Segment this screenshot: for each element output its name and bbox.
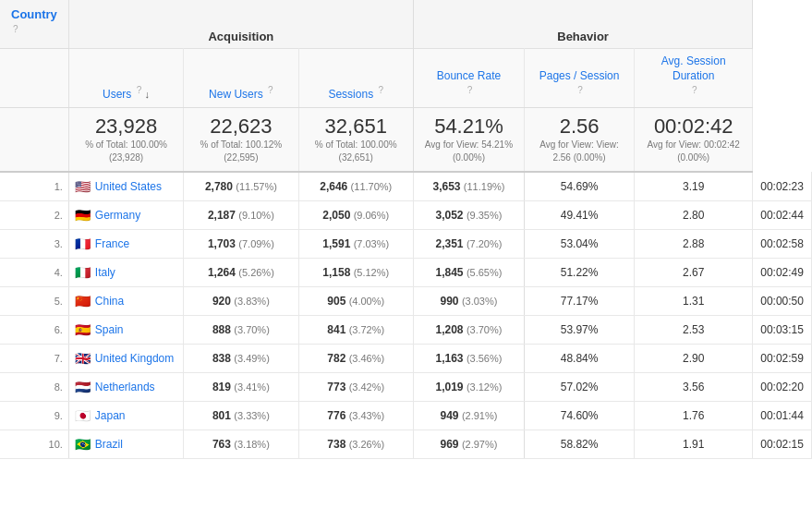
country-cell: 🇯🇵 Japan — [68, 402, 183, 430]
pages-session-value: 2.53 — [635, 316, 753, 345]
avg-session-help-icon[interactable]: ? — [692, 85, 697, 95]
pages-session-value: 2.80 — [635, 201, 753, 230]
country-name[interactable]: United States — [95, 180, 162, 193]
behavior-group-header: Behavior — [413, 0, 752, 49]
users-col-header[interactable]: Users ? ↓ — [68, 49, 183, 108]
new-users-value: 905 (4.00%) — [298, 287, 413, 316]
bounce-rate-value: 53.97% — [525, 316, 635, 345]
country-cell: 🇳🇱 Netherlands — [68, 373, 183, 402]
bounce-rate-col-header[interactable]: Bounce Rate ? — [413, 49, 524, 108]
country-name[interactable]: Germany — [95, 209, 140, 222]
country-name[interactable]: Brazil — [95, 438, 123, 451]
table-row: 4. 🇮🇹 Italy 1,264 (5.26%) 1,158 (5.12%) … — [0, 259, 812, 287]
users-value: 888 (3.70%) — [184, 316, 298, 345]
total-users-sub: % of Total: 100.00% (23,928) — [77, 139, 176, 164]
pages-session-value: 2.88 — [635, 230, 753, 259]
country-flag: 🇺🇸 — [75, 179, 91, 194]
sessions-value: 1,208 (3.70%) — [413, 316, 524, 345]
users-value: 1,264 (5.26%) — [184, 259, 298, 287]
sort-arrow: ↓ — [145, 89, 151, 100]
sessions-value: 3,653 (11.19%) — [413, 172, 524, 201]
total-bounce-rate-sub: Avg for View: 54.21% (0.00%) — [421, 139, 516, 164]
total-new-users-sub: % of Total: 100.12% (22,595) — [191, 139, 290, 164]
avg-session-value: 00:00:50 — [753, 287, 812, 316]
avg-session-value: 00:03:15 — [753, 316, 812, 345]
pages-session-value: 3.19 — [635, 172, 753, 201]
total-avg-session-sub: Avg for View: 00:02:42 (0.00%) — [642, 139, 745, 164]
new-users-value: 773 (3.42%) — [298, 373, 413, 402]
country-flag: 🇮🇹 — [75, 265, 91, 280]
users-value: 1,703 (7.09%) — [184, 230, 298, 259]
total-sessions: 32,651 — [307, 115, 406, 139]
pages-session-col-header[interactable]: Pages / Session ? — [525, 49, 635, 108]
row-number: 6. — [0, 316, 68, 345]
users-value: 2,187 (9.10%) — [184, 201, 298, 230]
total-pages-session: 2.56 — [532, 115, 626, 139]
country-name[interactable]: Netherlands — [95, 381, 155, 393]
country-cell: 🇬🇧 United Kingdom — [68, 345, 183, 373]
new-users-value: 1,591 (7.03%) — [298, 230, 413, 259]
sessions-help-icon[interactable]: ? — [378, 85, 383, 95]
country-flag: 🇪🇸 — [75, 322, 91, 337]
users-value: 763 (3.18%) — [184, 430, 298, 459]
table-row: 2. 🇩🇪 Germany 2,187 (9.10%) 2,050 (9.06%… — [0, 201, 812, 230]
row-number: 8. — [0, 373, 68, 402]
row-number: 9. — [0, 402, 68, 430]
sessions-value: 1,019 (3.12%) — [413, 373, 524, 402]
country-name[interactable]: United Kingdom — [95, 352, 174, 365]
bounce-rate-value: 54.69% — [525, 172, 635, 201]
pages-session-value: 3.56 — [635, 373, 753, 402]
users-value: 920 (3.83%) — [184, 287, 298, 316]
total-sessions-sub: % of Total: 100.00% (32,651) — [307, 139, 406, 164]
new-users-help-icon[interactable]: ? — [268, 85, 273, 95]
new-users-value: 841 (3.72%) — [298, 316, 413, 345]
country-flag: 🇯🇵 — [75, 408, 91, 423]
country-help-icon[interactable]: ? — [13, 24, 18, 34]
new-users-value: 1,158 (5.12%) — [298, 259, 413, 287]
pages-session-help-icon[interactable]: ? — [577, 85, 583, 95]
sessions-value: 1,845 (5.65%) — [413, 259, 524, 287]
country-cell: 🇧🇷 Brazil — [68, 430, 183, 459]
avg-session-value: 00:01:44 — [753, 402, 812, 430]
country-cell: 🇫🇷 France — [68, 230, 183, 259]
bounce-rate-help-icon[interactable]: ? — [467, 85, 473, 95]
country-name[interactable]: Spain — [95, 323, 124, 336]
users-value: 801 (3.33%) — [184, 402, 298, 430]
row-number: 1. — [0, 172, 68, 201]
country-cell: 🇩🇪 Germany — [68, 201, 183, 230]
country-cell: 🇺🇸 United States — [68, 172, 183, 201]
table-row: 9. 🇯🇵 Japan 801 (3.33%) 776 (3.43%) 949 … — [0, 402, 812, 430]
bounce-rate-value: 74.60% — [525, 402, 635, 430]
pages-session-value: 1.76 — [635, 402, 753, 430]
country-name[interactable]: Italy — [95, 266, 115, 279]
sessions-value: 949 (2.91%) — [413, 402, 524, 430]
total-users: 23,928 — [77, 115, 176, 139]
table-row: 3. 🇫🇷 France 1,703 (7.09%) 1,591 (7.03%)… — [0, 230, 812, 259]
country-cell: 🇪🇸 Spain — [68, 316, 183, 345]
users-value: 2,780 (11.57%) — [184, 172, 298, 201]
new-users-value: 2,050 (9.06%) — [298, 201, 413, 230]
table-row: 8. 🇳🇱 Netherlands 819 (3.41%) 773 (3.42%… — [0, 373, 812, 402]
row-number: 7. — [0, 345, 68, 373]
avg-session-value: 00:02:44 — [753, 201, 812, 230]
pages-session-value: 2.67 — [635, 259, 753, 287]
avg-session-col-header[interactable]: Avg. Session Duration ? — [635, 49, 753, 108]
table-row: 1. 🇺🇸 United States 2,780 (11.57%) 2,646… — [0, 172, 812, 201]
sessions-value: 990 (3.03%) — [413, 287, 524, 316]
country-name[interactable]: Japan — [95, 409, 126, 422]
country-name[interactable]: France — [95, 237, 129, 250]
avg-session-value: 00:02:15 — [753, 430, 812, 459]
bounce-rate-value: 51.22% — [525, 259, 635, 287]
bounce-rate-value: 53.04% — [525, 230, 635, 259]
country-name[interactable]: China — [95, 295, 124, 308]
table-row: 5. 🇨🇳 China 920 (3.83%) 905 (4.00%) 990 … — [0, 287, 812, 316]
new-users-col-header[interactable]: New Users ? — [184, 49, 298, 108]
totals-row: 23,928 % of Total: 100.00% (23,928) 22,6… — [0, 108, 812, 173]
country-flag: 🇫🇷 — [75, 236, 91, 251]
country-header-label: Country — [11, 7, 57, 21]
sessions-value: 1,163 (3.56%) — [413, 345, 524, 373]
sessions-col-header[interactable]: Sessions ? — [298, 49, 413, 108]
country-flag: 🇩🇪 — [75, 208, 91, 223]
users-help-icon[interactable]: ? — [137, 85, 142, 95]
bounce-rate-value: 77.17% — [525, 287, 635, 316]
